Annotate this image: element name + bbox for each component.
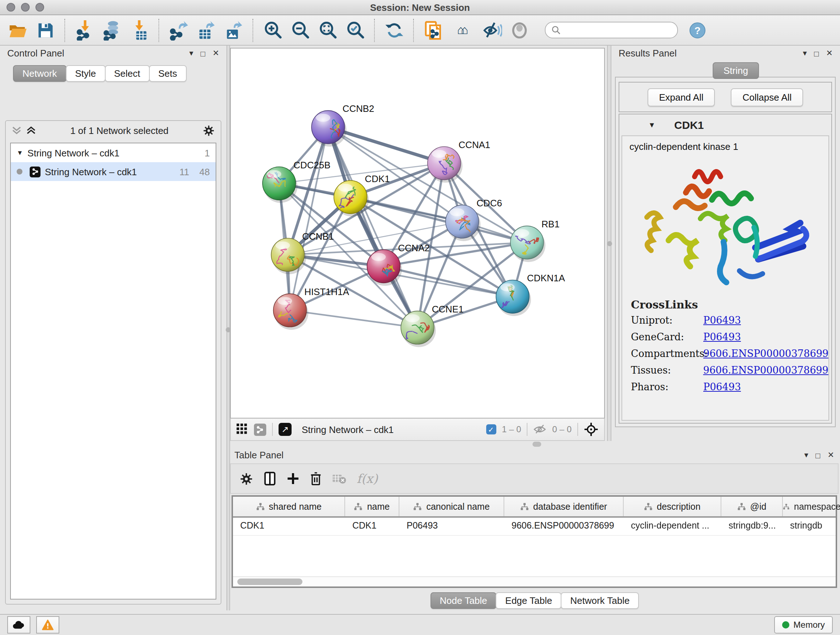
crosshair-icon[interactable] [584,422,598,437]
check-glyph: ✓ [488,425,494,433]
delete-column-icon[interactable] [309,471,322,486]
tab-edge-table[interactable]: Edge Table [496,592,562,609]
table-panel-menu-icon[interactable]: ▾ [804,450,808,460]
expand-all-button[interactable]: Expand All [647,88,715,106]
tab-select[interactable]: Select [104,65,149,82]
network-node-RB1[interactable]: RB1 [510,219,560,262]
tab-node-table[interactable]: Node Table [430,592,496,609]
crosslink-label: GeneCard: [631,331,703,342]
export-network-button[interactable] [166,18,191,42]
import-table-button[interactable] [127,18,152,42]
expand-all-icon[interactable] [26,126,36,135]
selected-checkbox-icon[interactable]: ✓ [486,424,496,434]
network-node-CDKN1A[interactable]: CDKN1A [496,273,565,316]
network-node-CCNA1[interactable]: CCNA1 [428,140,490,183]
crosslink-link[interactable]: 9606.ENSP00000378699 [703,364,829,376]
zoom-fit-button[interactable] [316,18,340,42]
hide-selected-button[interactable] [480,18,504,42]
grid-view-icon[interactable] [237,424,248,435]
zoom-in-button[interactable] [261,18,285,42]
zoom-out-button[interactable] [288,18,313,42]
results-panel-close-icon[interactable]: ✕ [826,49,833,58]
refresh-view-button[interactable] [382,18,407,42]
warnings-button[interactable] [36,616,59,633]
open-session-button[interactable] [6,18,30,42]
export-network-icon [169,20,189,40]
network-edge-HIST1H1A-CCNE1[interactable] [290,310,417,328]
help-button[interactable]: ? [690,22,706,38]
column-header--id[interactable]: @id [722,497,783,516]
network-canvas[interactable]: CCNB2CCNA1CDC25BCDK1CDC6RB1CCNB1CCNA2CDK… [230,48,605,418]
show-all-networks-button[interactable]: ⌂⌂ [448,18,477,42]
table-cell[interactable]: cyclin-dependent ... [624,518,722,535]
gear-icon[interactable] [202,124,215,136]
results-panel-menu-icon[interactable]: ▾ [803,49,807,58]
table-panel-float-icon[interactable]: □ [815,451,820,459]
tab-network[interactable]: Network [13,65,66,82]
memory-button[interactable]: Memory [774,616,833,633]
table-cell[interactable]: CDK1 [233,518,345,535]
table-panel-close-icon[interactable]: ✕ [828,450,834,460]
cdk1-section-header[interactable]: ▼ CDK1 [619,114,831,135]
column-header-name[interactable]: name [345,497,399,516]
table-cell[interactable]: CDK1 [345,518,399,535]
column-header-namespace[interactable]: namespace [783,497,840,516]
tab-string[interactable]: String [713,62,759,79]
import-network-database-button[interactable] [100,18,125,42]
table-cell[interactable]: stringdb [783,518,840,535]
show-columns-icon[interactable] [264,471,276,486]
crosslink-link[interactable]: P06493 [703,314,741,326]
open-in-window-icon[interactable]: ↗ [279,423,292,436]
table-cell[interactable]: 9606.ENSP00000378699 [504,518,624,535]
network-collection-row[interactable]: ▼ String Network – cdk1 1 [11,143,216,162]
export-table-button[interactable] [194,18,218,42]
horizontal-splitter[interactable] [229,441,840,448]
control-panel-close-icon[interactable]: ✕ [213,49,219,58]
export-image-button[interactable] [221,18,246,42]
column-header-description[interactable]: description [624,497,722,516]
network-edge-CCNB2-CCNE1[interactable] [328,127,417,328]
table-row[interactable]: CDK1CDK1P064939606.ENSP00000378699cyclin… [233,518,836,536]
add-column-icon[interactable] [286,472,300,485]
network-node-HIST1H1A[interactable]: HIST1H1A [273,287,349,330]
network-edge-CCNA2-CDKN1A[interactable] [384,266,513,297]
column-header-database-identifier[interactable]: database identifier [504,497,624,516]
tab-sets[interactable]: Sets [149,65,186,82]
search-input[interactable] [564,24,654,36]
crosslink-link[interactable]: P06493 [703,331,741,342]
section-expander-icon[interactable]: ▼ [648,120,655,128]
save-session-button[interactable] [33,18,58,42]
protein-description: cyclin-dependent kinase 1 [622,136,829,152]
cloud-status-button[interactable] [7,616,30,633]
collapse-all-icon[interactable] [11,126,22,135]
results-panel-float-icon[interactable]: □ [814,49,819,57]
node-label-HIST1H1A: HIST1H1A [304,287,349,297]
network-node-CDK1[interactable]: CDK1 [334,174,390,217]
crosslink-link[interactable]: 9606.ENSP00000378699 [703,348,829,359]
tree-expander-icon[interactable]: ▼ [17,149,23,157]
crosslink-link[interactable]: P06493 [703,381,741,393]
network-snapshot-button[interactable] [421,18,446,42]
table-hscrollbar[interactable] [233,576,836,586]
column-header-canonical-name[interactable]: canonical name [399,497,504,516]
table-cell[interactable]: P06493 [399,518,504,535]
table-panel-title: Table Panel [234,450,284,461]
table-hscrollbar-thumb[interactable] [237,578,302,585]
save-icon [36,21,55,40]
horizontal-splitter-handle[interactable] [532,442,541,447]
column-header-shared-name[interactable]: shared name [233,497,345,516]
show-hidden-button[interactable] [507,18,532,42]
birds-eye-icon[interactable] [254,423,266,435]
zoom-selected-button[interactable] [343,18,368,42]
table-cell[interactable]: stringdb:9... [722,518,783,535]
collapse-all-button[interactable]: Collapse All [731,88,804,106]
control-panel-menu-icon[interactable]: ▾ [189,49,193,58]
import-network-file-button[interactable] [73,18,97,42]
tab-style[interactable]: Style [65,65,105,82]
toolbar-separator [158,19,160,42]
network-row[interactable]: String Network – cdk1 11 48 [11,162,216,181]
table-settings-gear-icon[interactable] [240,472,253,486]
control-panel-float-icon[interactable]: □ [201,49,205,57]
control-panel-title: Control Panel [7,48,65,59]
tab-network-table[interactable]: Network Table [561,592,639,609]
